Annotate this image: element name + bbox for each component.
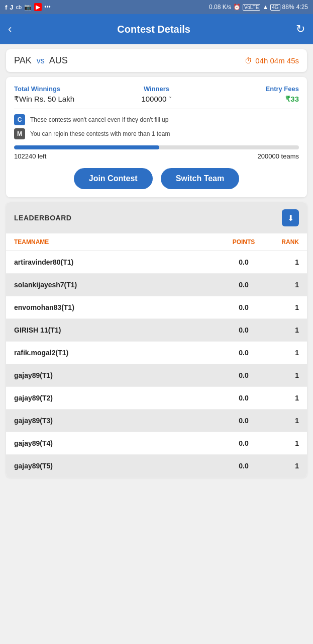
timer-icon: ⏱ xyxy=(245,56,252,65)
vs-label: vs xyxy=(37,56,45,65)
row-points: 0.0 xyxy=(219,349,269,357)
refresh-button[interactable]: ↻ xyxy=(296,23,305,36)
leaderboard-column-headers: TEAMNAME POINTS RANK xyxy=(6,233,307,251)
row-rank: 1 xyxy=(269,258,299,266)
progress-bar-bg xyxy=(14,145,299,149)
total-teams-label: 200000 teams xyxy=(258,152,299,160)
battery-indicator: 88% xyxy=(282,4,294,11)
volte-badge: VoLTE xyxy=(243,4,260,11)
winners-label: Winners xyxy=(109,85,204,93)
j-icon: J xyxy=(10,4,13,11)
timer-value: 04h 04m 45s xyxy=(255,56,299,65)
row-points: 0.0 xyxy=(219,281,269,289)
network-icon: 4G xyxy=(270,4,280,11)
contest-card: Total Winnings ₹Win Rs. 50 Lakh Winners … xyxy=(6,77,307,197)
cb-icon: cb xyxy=(16,4,22,10)
total-winnings-label: Total Winnings xyxy=(14,85,109,93)
table-row: envomohan83(T1) 0.0 1 xyxy=(6,296,307,319)
row-teamname: gajay89(T1) xyxy=(14,371,219,379)
col-header-points: POINTS xyxy=(219,238,269,246)
row-points: 0.0 xyxy=(219,371,269,379)
back-button[interactable]: ‹ xyxy=(8,23,12,36)
row-rank: 1 xyxy=(269,439,299,447)
match-bar: PAK vs AUS ⏱ 04h 04m 45s xyxy=(6,49,307,72)
row-rank: 1 xyxy=(269,394,299,402)
table-row: gajay89(T1) 0.0 1 xyxy=(6,364,307,387)
row-teamname: envomohan83(T1) xyxy=(14,303,219,311)
team2-label: AUS xyxy=(49,55,68,65)
leaderboard-section: LEADERBOARD ⬇ TEAMNAME POINTS RANK artir… xyxy=(6,202,307,477)
table-row: gajay89(T2) 0.0 1 xyxy=(6,387,307,410)
signal-icon: ▲ xyxy=(262,4,268,11)
leaderboard-rows: artiravinder80(T1) 0.0 1 solankijayesh7(… xyxy=(6,251,307,477)
join-contest-button[interactable]: Join Contest xyxy=(74,168,153,189)
progress-labels: 102240 left 200000 teams xyxy=(14,152,299,160)
table-row: rafik.mogal2(T1) 0.0 1 xyxy=(6,342,307,364)
table-row: gajay89(T5) 0.0 1 xyxy=(6,455,307,477)
winners-value: 100000 ˅ xyxy=(109,95,204,103)
time-display: 4:25 xyxy=(296,4,308,11)
row-teamname: solankijayesh7(T1) xyxy=(14,281,219,289)
row-teamname: rafik.mogal2(T1) xyxy=(14,349,219,357)
speed-indicator: 0.08 K/s xyxy=(209,4,231,11)
stats-divider xyxy=(14,109,299,109)
row-teamname: gajay89(T5) xyxy=(14,462,219,470)
spots-left-label: 102240 left xyxy=(14,152,46,160)
entry-fees-value: ₹33 xyxy=(204,95,299,104)
cancel-info-text: These contests won't cancel even if they… xyxy=(30,116,168,123)
row-rank: 1 xyxy=(269,326,299,334)
row-teamname: gajay89(T4) xyxy=(14,439,219,447)
row-rank: 1 xyxy=(269,371,299,379)
team1-label: PAK xyxy=(14,55,32,65)
progress-bar-fill xyxy=(14,145,159,149)
match-timer: ⏱ 04h 04m 45s xyxy=(245,56,299,65)
row-teamname: gajay89(T2) xyxy=(14,394,219,402)
total-winnings-stat: Total Winnings ₹Win Rs. 50 Lakh xyxy=(14,85,109,104)
match-teams: PAK vs AUS xyxy=(14,55,68,66)
row-points: 0.0 xyxy=(219,258,269,266)
row-points: 0.0 xyxy=(219,326,269,334)
download-button[interactable]: ⬇ xyxy=(282,209,299,226)
table-row: gajay89(T3) 0.0 1 xyxy=(6,410,307,432)
row-rank: 1 xyxy=(269,462,299,470)
app-header: ‹ Contest Details ↻ xyxy=(0,14,313,44)
entry-fees-label: Entry Fees xyxy=(204,85,299,93)
total-winnings-value: ₹Win Rs. 50 Lakh xyxy=(14,95,109,104)
col-header-rank: RANK xyxy=(269,238,299,246)
row-teamname: gajay89(T3) xyxy=(14,417,219,425)
insta-icon: 📷 xyxy=(24,4,32,11)
status-left: f J cb 📷 ▶ ••• xyxy=(5,3,51,11)
row-rank: 1 xyxy=(269,303,299,311)
leaderboard-title: LEADERBOARD xyxy=(14,214,71,222)
table-row: GIRISH 11(T1) 0.0 1 xyxy=(6,319,307,342)
leaderboard-header: LEADERBOARD ⬇ xyxy=(6,202,307,233)
yt-icon: ▶ xyxy=(34,3,42,11)
col-header-team: TEAMNAME xyxy=(14,238,219,246)
progress-section: 102240 left 200000 teams xyxy=(14,145,299,160)
status-right: 0.08 K/s ⏰ VoLTE ▲ 4G 88% 4:25 xyxy=(209,4,308,11)
row-points: 0.0 xyxy=(219,303,269,311)
page-title: Contest Details xyxy=(117,24,190,35)
table-row: solankijayesh7(T1) 0.0 1 xyxy=(6,274,307,296)
table-row: artiravinder80(T1) 0.0 1 xyxy=(6,251,307,274)
row-rank: 1 xyxy=(269,349,299,357)
cancel-badge: C xyxy=(14,114,25,125)
row-points: 0.0 xyxy=(219,417,269,425)
status-bar: f J cb 📷 ▶ ••• 0.08 K/s ⏰ VoLTE ▲ 4G 88%… xyxy=(0,0,313,14)
fb-icon: f xyxy=(5,4,7,11)
row-teamname: artiravinder80(T1) xyxy=(14,258,219,266)
download-icon: ⬇ xyxy=(287,213,294,223)
contest-buttons: Join Contest Switch Team xyxy=(14,168,299,189)
contest-stats: Total Winnings ₹Win Rs. 50 Lakh Winners … xyxy=(14,85,299,104)
row-points: 0.0 xyxy=(219,439,269,447)
switch-team-button[interactable]: Switch Team xyxy=(161,168,240,189)
row-points: 0.0 xyxy=(219,462,269,470)
row-points: 0.0 xyxy=(219,394,269,402)
dots-icon: ••• xyxy=(44,4,51,11)
row-teamname: GIRISH 11(T1) xyxy=(14,326,219,334)
entry-fees-stat: Entry Fees ₹33 xyxy=(204,85,299,104)
info-row-2: M You can rejoin these contests with mor… xyxy=(14,128,299,139)
dropdown-arrow-icon: ˅ xyxy=(169,96,172,103)
winners-stat: Winners 100000 ˅ xyxy=(109,85,204,103)
row-rank: 1 xyxy=(269,281,299,289)
